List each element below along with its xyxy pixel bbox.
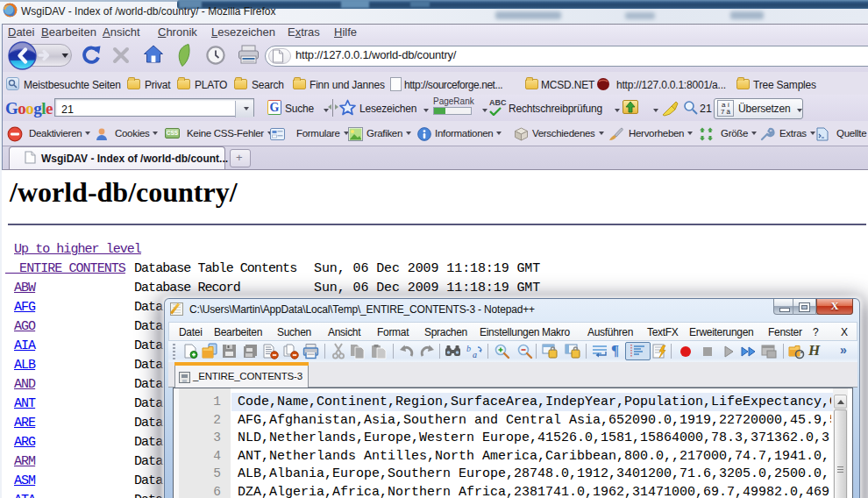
svg-text:b: b bbox=[466, 344, 471, 353]
svg-text:a: a bbox=[473, 350, 477, 359]
